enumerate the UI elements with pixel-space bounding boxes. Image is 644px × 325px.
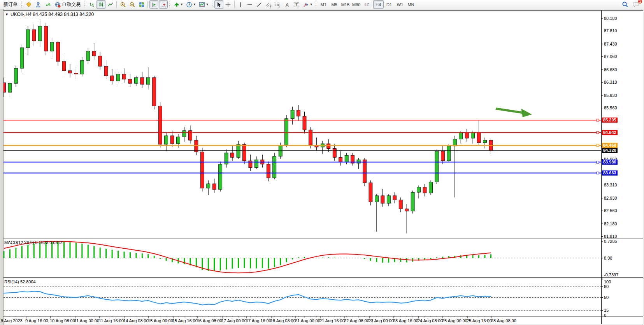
- candle-body: [459, 132, 463, 139]
- timeframe-H1[interactable]: H1: [362, 0, 373, 9]
- candle-body: [207, 184, 210, 188]
- signals-button[interactable]: [43, 0, 52, 9]
- candle-body: [483, 140, 487, 142]
- chart-shift-button[interactable]: [159, 0, 168, 9]
- equidistant-channel-icon: E: [265, 2, 272, 8]
- toolbar-grip[interactable]: [21, 2, 22, 7]
- timeframe-W1[interactable]: W1: [395, 0, 405, 9]
- window-splitter[interactable]: [0, 9, 4, 325]
- editor-button[interactable]: [24, 0, 33, 9]
- chart-title: ▼UKOil-,H4 84.435 84.493 84.313 84.320: [5, 12, 94, 17]
- timeframe-M15[interactable]: M15: [340, 0, 351, 9]
- level-line-anchor[interactable]: [597, 144, 599, 147]
- horizontal-line-icon: [247, 2, 253, 8]
- level-line-anchor[interactable]: [597, 119, 599, 121]
- candle-body: [134, 77, 138, 83]
- zoom-out-icon: [129, 2, 135, 8]
- vertical-line-button[interactable]: [236, 0, 245, 9]
- svg-text:T: T: [295, 2, 298, 7]
- toolbar-grip[interactable]: [84, 2, 85, 7]
- toolbar-separator: [234, 1, 235, 8]
- candle-body: [50, 42, 54, 51]
- application-window: 新订单 自动交易: [0, 0, 644, 325]
- autotrading-button[interactable]: 自动交易: [52, 0, 83, 9]
- globe-icon: [54, 2, 61, 8]
- bar-chart-button[interactable]: [87, 0, 96, 9]
- level-line-anchor[interactable]: [597, 161, 599, 163]
- tile-windows-button[interactable]: [137, 0, 146, 9]
- notifications-button[interactable]: 1: [631, 0, 640, 9]
- timeframe-M1[interactable]: M1: [318, 0, 329, 9]
- periods-button[interactable]: ▼: [185, 0, 197, 9]
- arrow-objects-icon: [303, 2, 309, 8]
- candle-body: [32, 30, 36, 41]
- candle-body: [405, 209, 409, 211]
- candle-body: [146, 77, 150, 84]
- candle-body: [116, 74, 120, 81]
- cursor-icon: [216, 2, 222, 8]
- search-button[interactable]: [621, 0, 630, 9]
- candle-body: [212, 184, 216, 190]
- candle-body: [465, 132, 469, 138]
- candle-body: [291, 110, 294, 119]
- timeframe-M30[interactable]: M30: [351, 0, 361, 9]
- candle-body: [363, 160, 367, 183]
- tile-windows-icon: [139, 2, 145, 8]
- toolbar-grip[interactable]: [212, 2, 212, 7]
- arrows-button[interactable]: ▼: [302, 0, 314, 9]
- cursor-button[interactable]: [214, 0, 223, 9]
- new-order-button[interactable]: 新订单: [1, 0, 20, 9]
- fibonacci-icon: F: [275, 2, 281, 8]
- line-chart-button[interactable]: [106, 0, 115, 9]
- candle-body: [339, 157, 342, 162]
- horizontal-line-button[interactable]: [246, 0, 254, 9]
- candle-body: [62, 61, 66, 71]
- candle-body: [188, 131, 192, 141]
- level-line-anchor[interactable]: [597, 172, 599, 174]
- candle-body: [423, 187, 426, 193]
- timeframe-MN[interactable]: MN: [406, 0, 416, 9]
- indicators-button[interactable]: ▼: [172, 0, 184, 9]
- level-line-anchor[interactable]: [597, 132, 599, 134]
- candle-body: [357, 160, 360, 163]
- notification-badge: 1: [638, 0, 642, 4]
- zoom-out-button[interactable]: [128, 0, 137, 9]
- chart-canvas[interactable]: [0, 0, 644, 325]
- text-button[interactable]: A: [283, 0, 292, 9]
- svg-text:F: F: [279, 5, 281, 8]
- zoom-in-button[interactable]: [118, 0, 127, 9]
- timeframe-M5[interactable]: M5: [329, 0, 340, 9]
- hosting-button[interactable]: [33, 0, 42, 9]
- toolbar-grip[interactable]: [169, 2, 170, 7]
- candle-body: [243, 144, 246, 161]
- fibonacci-button[interactable]: F: [274, 0, 283, 9]
- candle-body: [254, 160, 258, 167]
- candle-body: [429, 182, 432, 193]
- timeframe-toolbar: M1M5M15M30H1H4D1W1MN: [318, 0, 416, 9]
- auto-scroll-button[interactable]: [149, 0, 158, 9]
- crosshair-button[interactable]: [224, 0, 233, 9]
- candle-body: [285, 119, 288, 145]
- text-label-button[interactable]: T: [292, 0, 301, 9]
- candle-body: [387, 196, 390, 203]
- toolbar-grip[interactable]: [316, 2, 316, 7]
- bar-chart-icon: [89, 2, 95, 8]
- candle-body: [56, 42, 60, 61]
- candle-body: [165, 136, 168, 144]
- candle-body: [195, 140, 198, 152]
- trendline-button[interactable]: [255, 0, 264, 9]
- candle-body: [44, 26, 48, 51]
- timeframe-H4[interactable]: H4: [373, 0, 384, 9]
- candlestick-chart-button[interactable]: [97, 0, 105, 9]
- trendline-icon: [256, 2, 262, 8]
- timeframe-D1[interactable]: D1: [384, 0, 395, 9]
- one-click-collapse-icon[interactable]: ▼: [5, 12, 9, 16]
- candle-body: [86, 51, 90, 60]
- crosshair-icon: [225, 2, 231, 8]
- text-label-icon: T: [293, 2, 300, 8]
- templates-button[interactable]: ▼: [198, 0, 210, 9]
- candle-body: [393, 196, 397, 200]
- chart-shift-icon: [160, 2, 167, 8]
- channel-button[interactable]: E: [264, 0, 273, 9]
- candle-body: [158, 106, 162, 144]
